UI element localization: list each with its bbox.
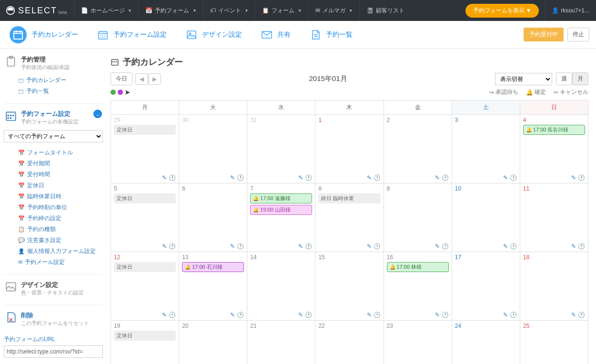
edit-cell-icon[interactable]: ✎ xyxy=(298,174,303,181)
side-sec-design[interactable]: デザイン設定色・背景・テキストの設定 xyxy=(4,279,103,298)
calendar-cell[interactable]: 21✎🕐 xyxy=(247,320,315,364)
edit-cell-icon[interactable]: ✎ xyxy=(503,243,508,250)
edit-cell-icon[interactable]: ✎ xyxy=(367,174,372,181)
stop-button[interactable]: 停止 xyxy=(567,28,589,41)
calendar-cell[interactable]: 1✎🕐 xyxy=(315,114,384,183)
edit-cell-icon[interactable]: ✎ xyxy=(230,243,235,250)
event-tag[interactable]: 🔔19:00 山田様 xyxy=(250,205,312,215)
legend-confirmed[interactable]: 🔔 確定 xyxy=(526,88,546,96)
clock-cell-icon[interactable]: 🕐 xyxy=(510,243,517,250)
calendar-cell[interactable]: 11✎🕐 xyxy=(520,183,588,252)
sidebar-link[interactable]: 💬注意書き設定 xyxy=(18,235,103,246)
calendar-cell[interactable]: 24✎🕐 xyxy=(452,320,520,364)
calendar-cell[interactable]: 17✎🕐 xyxy=(452,252,520,320)
calendar-cell[interactable]: 29定休日✎🕐 xyxy=(111,114,179,183)
legend-pending[interactable]: ↪ 承認待ち xyxy=(489,88,518,96)
side-sec-form-settings[interactable]: 予約フォーム設定予約フォームの各種設定 ⌄ xyxy=(4,108,103,127)
calendar-cell[interactable]: 7🔔17:00 遠藤様🔔19:00 山田様✎🕐 xyxy=(247,183,315,252)
clock-cell-icon[interactable]: 🕐 xyxy=(510,174,517,181)
edit-cell-icon[interactable]: ✎ xyxy=(162,312,167,318)
sidebar-link[interactable]: 📋予約の種類 xyxy=(18,224,103,235)
clock-cell-icon[interactable]: 🕐 xyxy=(169,174,176,181)
clock-cell-icon[interactable]: 🕐 xyxy=(305,174,312,181)
calendar-cell[interactable]: 15✎🕐 xyxy=(315,252,384,320)
clock-cell-icon[interactable]: 🕐 xyxy=(237,243,244,250)
calendar-cell[interactable]: 30✎🕐 xyxy=(179,114,247,183)
calendar-cell[interactable]: 31✎🕐 xyxy=(247,114,315,183)
sidebar-link[interactable]: 📅受付時間 xyxy=(18,169,103,180)
edit-cell-icon[interactable]: ✎ xyxy=(571,312,576,318)
clock-cell-icon[interactable]: 🕐 xyxy=(305,312,312,318)
url-input[interactable] xyxy=(4,345,103,358)
today-button[interactable]: 今日 xyxy=(111,72,132,85)
calendar-cell[interactable]: 4🔔17:00 長谷川様✎🕐 xyxy=(520,114,588,183)
sidebar-link[interactable]: ✉予約メール設定 xyxy=(18,257,103,268)
calendar-cell[interactable]: 19定休日✎🕐 xyxy=(111,320,179,364)
clock-cell-icon[interactable]: 🕐 xyxy=(374,174,381,181)
event-tag[interactable]: 🔔17:00 石川様 xyxy=(182,262,244,272)
sidebar-link[interactable]: 📅受付期間 xyxy=(18,158,103,169)
edit-cell-icon[interactable]: ✎ xyxy=(435,174,440,181)
nav-form[interactable]: 📋 フォーム▼ xyxy=(255,0,308,21)
edit-cell-icon[interactable]: ✎ xyxy=(571,174,576,181)
clock-cell-icon[interactable]: 🕐 xyxy=(237,312,244,318)
sidebar-link[interactable]: 📅定休日 xyxy=(18,180,103,191)
view-select[interactable]: 表示切替 xyxy=(495,73,552,85)
event-tag[interactable]: 終日 臨時休業 xyxy=(318,193,380,203)
calendar-cell[interactable]: 16🔔17:00 林様✎🕐 xyxy=(384,252,452,320)
edit-cell-icon[interactable]: ✎ xyxy=(298,312,303,318)
calendar-cell[interactable]: 8終日 臨時休業✎🕐 xyxy=(315,183,384,252)
calendar-cell[interactable]: 22✎🕐 xyxy=(315,320,384,364)
calendar-cell[interactable]: 6✎🕐 xyxy=(179,183,247,252)
edit-cell-icon[interactable]: ✎ xyxy=(162,243,167,250)
sidebar-link[interactable]: 予約カレンダー xyxy=(18,75,103,86)
calendar-cell[interactable]: 18✎🕐 xyxy=(520,252,588,320)
edit-cell-icon[interactable]: ✎ xyxy=(230,312,235,318)
subnav-list[interactable]: 予約一覧 xyxy=(300,21,362,49)
sidebar-link[interactable]: 📅フォームタイトル xyxy=(18,147,103,158)
nav-mailmag[interactable]: ✉ メルマガ▼ xyxy=(308,0,359,21)
edit-cell-icon[interactable]: ✎ xyxy=(367,312,372,318)
calendar-cell[interactable]: 5定休日✎🕐 xyxy=(111,183,179,252)
month-button[interactable]: 月 xyxy=(572,72,588,85)
subnav-design[interactable]: デザイン設定 xyxy=(176,21,252,49)
sidebar-link[interactable]: 📅臨時休業日時 xyxy=(18,191,103,202)
show-form-button[interactable]: 予約フォームを表示 ▼ xyxy=(465,4,539,18)
clock-cell-icon[interactable]: 🕐 xyxy=(374,312,381,318)
subnav-calendar[interactable]: 予約カレンダー xyxy=(0,21,88,49)
calendar-cell[interactable]: 14✎🕐 xyxy=(247,252,315,320)
edit-cell-icon[interactable]: ✎ xyxy=(367,243,372,250)
edit-cell-icon[interactable]: ✎ xyxy=(503,312,508,318)
week-button[interactable]: 週 xyxy=(556,72,572,85)
sidebar-link[interactable]: 📅予約枠の設定 xyxy=(18,213,103,224)
chevron-down-icon[interactable]: ⌄ xyxy=(93,110,102,118)
calendar-cell[interactable]: 25✎🕐 xyxy=(520,320,588,364)
clock-cell-icon[interactable]: 🕐 xyxy=(578,174,585,181)
event-tag[interactable]: 🔔17:00 林様 xyxy=(387,262,449,272)
sidebar-link[interactable]: 予約一覧 xyxy=(18,86,103,97)
clock-cell-icon[interactable]: 🕐 xyxy=(510,312,517,318)
clock-cell-icon[interactable]: 🕐 xyxy=(442,243,449,250)
legend-arrow-icon[interactable]: ➤ xyxy=(125,89,130,96)
legend-cancel[interactable]: ✂ キャンセル xyxy=(554,88,588,96)
clock-cell-icon[interactable]: 🕐 xyxy=(578,312,585,318)
edit-cell-icon[interactable]: ✎ xyxy=(503,174,508,181)
calendar-cell[interactable]: 13🔔17:00 石川様✎🕐 xyxy=(179,252,247,320)
user-menu[interactable]: 👤 rksou7+1... xyxy=(545,0,596,21)
calendar-cell[interactable]: 10✎🕐 xyxy=(452,183,520,252)
calendar-cell[interactable]: 9✎🕐 xyxy=(384,183,452,252)
nav-event[interactable]: 🏷 イベント▼ xyxy=(203,0,255,21)
next-month-button[interactable]: ▶ xyxy=(148,73,161,85)
event-tag[interactable]: 🔔17:00 遠藤様 xyxy=(250,193,312,203)
calendar-cell[interactable]: 20✎🕐 xyxy=(179,320,247,364)
clock-cell-icon[interactable]: 🕐 xyxy=(305,243,312,250)
clock-cell-icon[interactable]: 🕐 xyxy=(578,243,585,250)
clock-cell-icon[interactable]: 🕐 xyxy=(237,174,244,181)
clock-cell-icon[interactable]: 🕐 xyxy=(374,243,381,250)
clock-cell-icon[interactable]: 🕐 xyxy=(169,243,176,250)
calendar-cell[interactable]: 3✎🕐 xyxy=(452,114,520,183)
edit-cell-icon[interactable]: ✎ xyxy=(298,243,303,250)
edit-cell-icon[interactable]: ✎ xyxy=(571,243,576,250)
event-tag[interactable]: 🔔17:00 長谷川様 xyxy=(523,125,585,135)
sidebar-link[interactable]: 📅予約時刻の単位 xyxy=(18,202,103,213)
